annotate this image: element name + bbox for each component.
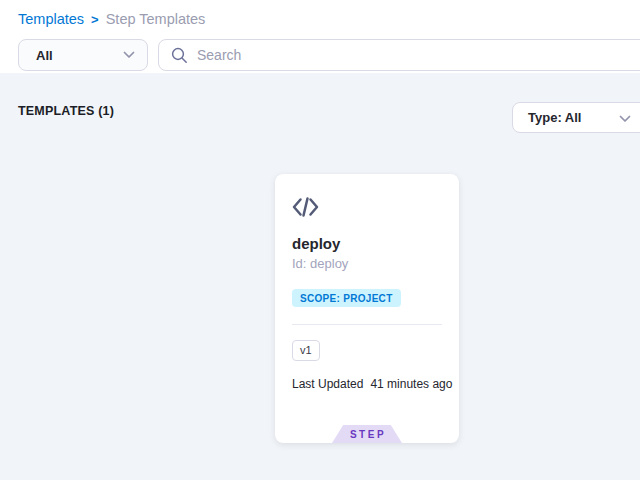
template-card[interactable]: deploy Id: deploy SCOPE: PROJECT v1 Last… (275, 174, 459, 443)
search-input[interactable] (197, 47, 640, 63)
card-divider (292, 324, 442, 325)
chevron-down-icon (619, 115, 631, 123)
last-updated-value: 41 minutes ago (370, 377, 452, 391)
scope-badge: SCOPE: PROJECT (292, 289, 401, 307)
template-type-badge: STEP (332, 425, 402, 443)
templates-count-label: TEMPLATES (1) (18, 104, 114, 118)
scope-filter-value: All (36, 48, 123, 63)
last-updated-row: Last Updated 41 minutes ago (292, 377, 452, 391)
breadcrumb-separator-icon: > (91, 12, 99, 27)
page-header: Templates > Step Templates All (0, 0, 640, 73)
last-updated-label: Last Updated (292, 377, 363, 391)
breadcrumb-current: Step Templates (106, 11, 206, 27)
template-title: deploy (292, 235, 340, 252)
templates-listing: TEMPLATES (1) Type: All deploy Id: deplo… (0, 73, 640, 480)
search-icon (171, 47, 188, 64)
type-filter-dropdown[interactable]: Type: All (512, 102, 640, 133)
search-box (158, 39, 640, 71)
breadcrumb-templates-link[interactable]: Templates (18, 11, 84, 27)
chevron-down-icon (123, 51, 135, 59)
template-id: Id: deploy (292, 256, 348, 271)
version-chip: v1 (292, 340, 320, 361)
scope-filter-dropdown[interactable]: All (18, 39, 148, 71)
breadcrumb: Templates > Step Templates (18, 11, 205, 27)
type-filter-value: Type: All (528, 110, 581, 125)
code-icon (291, 195, 320, 219)
